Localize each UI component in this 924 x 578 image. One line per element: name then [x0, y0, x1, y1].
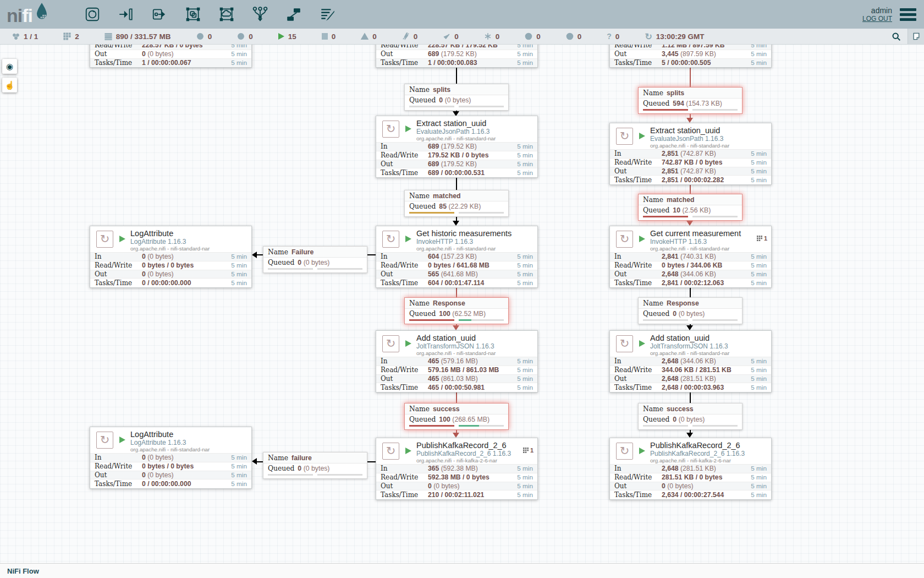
- processor-stamp-icon: ↻: [616, 335, 633, 352]
- processor-name: Extract station_uuid: [416, 119, 523, 128]
- connection-label-matched[interactable]: Namematched Queued85 (22.29 KB): [404, 190, 509, 217]
- not-transmitting-icon: [237, 32, 245, 40]
- remote-process-group-icon[interactable]: [217, 5, 236, 24]
- stat-row: Read/Write228.57 KB / 179.52 KB5 min: [376, 45, 537, 50]
- hand-drag-button[interactable]: ☝: [2, 78, 17, 92]
- connection-label-response[interactable]: NameResponse Queued100 (62.52 MB): [404, 297, 509, 324]
- processor-get-current-measurement[interactable]: ↻ Get current measurement InvokeHTTP 1.1…: [609, 226, 772, 288]
- status-disabled: 0: [402, 32, 418, 41]
- stat-row: Read/Write228.57 KB / 0 bytes5 min: [90, 45, 251, 50]
- component-toolbar: [83, 5, 337, 24]
- connection-label-splits[interactable]: Namesplits Queued594 (154.73 KB): [638, 87, 743, 114]
- flow-canvas[interactable]: ◉ ☝ Read/Write228.57 KB / 0 bytes5 min O…: [0, 45, 924, 563]
- connection-arrow: [686, 221, 693, 226]
- running-status-icon: [639, 133, 645, 139]
- processor-add-station-uuid[interactable]: ↻ Add station_uuid JoltTransformJSON 1.1…: [376, 330, 538, 392]
- nifi-droplet-icon: [32, 2, 50, 26]
- connection-arrow: [252, 252, 257, 258]
- hand-icon: ☝: [4, 80, 15, 90]
- processor-stamp-icon: ↻: [616, 128, 633, 145]
- processor-stamp-icon: ↻: [382, 335, 399, 352]
- global-menu-icon[interactable]: [900, 8, 916, 21]
- processor-name: Add station_uuid: [650, 334, 757, 342]
- stat-row: Read/Write579.16 MB / 861.03 MB5 min: [376, 366, 537, 374]
- connection-label-success[interactable]: Namesuccess Queued100 (268.65 MB): [404, 403, 509, 430]
- processor-partial-middle[interactable]: Read/Write228.57 KB / 179.52 KB5 min Out…: [376, 45, 538, 68]
- processor-get-historic-measurements[interactable]: ↻ Get historic measurements InvokeHTTP 1…: [376, 226, 538, 288]
- stopped-icon: [322, 33, 328, 40]
- app-header: nifi admin LOG OUT: [0, 0, 924, 29]
- status-up-to-date: 0: [443, 32, 459, 41]
- running-status-icon: [405, 126, 411, 132]
- header-right: admin LOG OUT: [862, 6, 916, 23]
- queued-icon: [105, 32, 112, 40]
- connection-arrow: [453, 221, 459, 226]
- connection-label-failure[interactable]: Namefailure Queued0 (0 bytes): [263, 452, 367, 479]
- current-user: admin: [862, 6, 892, 15]
- stat-row: Tasks/Time2,851 / 00:00:02.2825 min: [610, 176, 771, 184]
- processor-type: JoltTransformJSON 1.16.3: [650, 342, 757, 350]
- breadcrumb[interactable]: NiFi Flow: [7, 567, 39, 575]
- processor-name: LogAttribute: [130, 229, 237, 238]
- connection-label-response[interactable]: NameResponse Queued0 (0 bytes): [638, 297, 743, 324]
- processor-logattribute[interactable]: ↻ LogAttribute LogAttribute 1.16.3 org.a…: [90, 226, 252, 288]
- nifi-logo: nifi: [7, 2, 50, 26]
- target-icon: ◉: [6, 62, 13, 72]
- processor-publishkafkarecord[interactable]: ↻ PublishKafkaRecord_2_6 PublishKafkaRec…: [376, 438, 538, 500]
- connection-label-failure[interactable]: NameFailure Queued0 (0 bytes): [263, 246, 367, 273]
- processor-stamp-icon: ↻: [616, 231, 633, 248]
- status-cluster: 1 / 1: [12, 32, 38, 41]
- processor-bundle: org.apache.nifi - nifi-standard-nar: [416, 135, 523, 141]
- refresh-icon[interactable]: ↻: [645, 31, 652, 42]
- processor-extract-station-uuid[interactable]: ↻ Extract station_uuid EvaluateJsonPath …: [609, 123, 772, 185]
- processor-icon[interactable]: [83, 5, 102, 24]
- stat-row: Out0 (0 bytes)5 min: [376, 482, 537, 490]
- processor-bundle: org.apache.nifi - nifi-standard-nar: [130, 246, 237, 252]
- birdseye-toggle-button[interactable]: ◉: [2, 59, 17, 74]
- processor-publishkafkarecord[interactable]: ↻ PublishKafkaRecord_2_6 PublishKafkaRec…: [609, 438, 772, 500]
- processor-bundle: org.apache.nifi - nifi-standard-nar: [650, 350, 757, 356]
- processor-bundle: org.apache.nifi - nifi-standard-nar: [130, 446, 237, 452]
- stat-row: Read/Write281.51 KB / 0 bytes5 min: [610, 473, 771, 482]
- exclamation-circle-icon: [566, 32, 574, 40]
- bulletin-note-icon[interactable]: [908, 29, 924, 44]
- processor-partial-right[interactable]: Read/Write1.12 MB / 897.59 KB5 min Out3,…: [609, 45, 772, 68]
- processor-logattribute[interactable]: ↻ LogAttribute LogAttribute 1.16.3 org.a…: [90, 427, 252, 489]
- connection-arrow: [686, 118, 693, 123]
- connection-label-success[interactable]: Namesuccess Queued0 (0 bytes): [638, 403, 743, 430]
- running-status-icon: [119, 437, 125, 443]
- status-sync-failure: ?0: [607, 32, 619, 41]
- processor-stamp-icon: ↻: [382, 231, 399, 248]
- stat-row: Out3,445 (897.59 KB)5 min: [610, 50, 771, 58]
- stale-up-arrow-icon: [525, 32, 532, 40]
- funnel-icon[interactable]: [251, 5, 270, 24]
- stat-row: Read/Write0 bytes / 0 bytes5 min: [90, 462, 251, 471]
- processor-type: InvokeHTTP 1.16.3: [416, 238, 523, 246]
- connection-label-matched[interactable]: Namematched Queued10 (2.56 KB): [638, 194, 743, 221]
- stat-row: Tasks/Time2,634 / 00:00:27.5445 min: [610, 490, 771, 499]
- processor-bundle: org.apache.nifi - nifi-standard-nar: [650, 246, 757, 252]
- input-port-icon[interactable]: [117, 5, 135, 24]
- status-not-transmitting: 0: [237, 32, 253, 41]
- process-group-icon[interactable]: [184, 5, 202, 24]
- flow-status-bar: 1 / 1 2 890 / 331.57 MB 0 0 15 0 0 0 0 0…: [0, 29, 924, 45]
- threads-icon: [757, 236, 762, 241]
- output-port-icon[interactable]: [150, 5, 169, 24]
- connection-arrow: [453, 325, 459, 330]
- processor-stamp-icon: ↻: [96, 231, 113, 248]
- cluster-icon: [12, 32, 20, 40]
- stat-row: Out0 (0 bytes)5 min: [90, 270, 251, 279]
- connection-label-splits[interactable]: Namesplits Queued0 (0 bytes): [404, 84, 509, 111]
- processor-add-station-uuid[interactable]: ↻ Add station_uuid JoltTransformJSON 1.1…: [609, 330, 772, 392]
- stat-row: Read/Write0 bytes / 641.68 MB5 min: [376, 261, 537, 270]
- template-icon[interactable]: [284, 5, 303, 24]
- processor-name: Get current measurement: [650, 229, 757, 238]
- logout-link[interactable]: LOG OUT: [862, 15, 892, 23]
- stat-row: Tasks/Time465 / 00:00:50.9815 min: [376, 383, 537, 392]
- processor-type: EvaluateJsonPath 1.16.3: [650, 135, 757, 143]
- processor-partial-left[interactable]: Read/Write228.57 KB / 0 bytes5 min Out0 …: [90, 45, 252, 68]
- search-icon[interactable]: [884, 29, 908, 44]
- active-thread-count-badge: 1: [523, 447, 534, 454]
- label-icon[interactable]: [318, 5, 337, 24]
- processor-extract-station-uuid[interactable]: ↻ Extract station_uuid EvaluateJsonPath …: [376, 116, 538, 178]
